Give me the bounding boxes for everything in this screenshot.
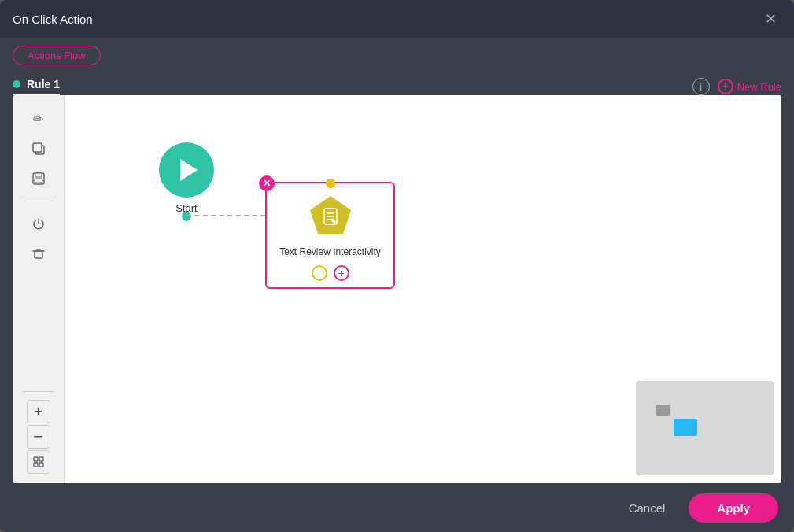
node-close-button[interactable]: ✕: [259, 175, 275, 191]
zoom-in-button[interactable]: +: [27, 400, 50, 423]
cancel-button[interactable]: Cancel: [616, 495, 678, 521]
apply-button[interactable]: Apply: [689, 493, 778, 523]
toolbar-group-top: ✏: [13, 105, 64, 193]
svg-rect-7: [39, 457, 43, 461]
modal-footer: Cancel Apply: [0, 483, 794, 532]
toolbar-separator-2: [23, 391, 54, 392]
power-tool-button[interactable]: [24, 209, 53, 238]
new-rule-icon: +: [718, 79, 733, 94]
minimap-node-start: [656, 405, 670, 416]
fit-button[interactable]: [27, 450, 50, 474]
svg-rect-1: [33, 143, 42, 152]
save-tool-button[interactable]: [24, 164, 53, 193]
info-button[interactable]: i: [692, 78, 710, 95]
rule-bar: Rule 1 i + New Rule: [0, 73, 794, 95]
tabs-bar: Actions Flow: [0, 38, 794, 73]
node-circle-button[interactable]: [312, 265, 327, 281]
start-circle: [159, 142, 214, 198]
svg-rect-5: [35, 251, 42, 258]
modal-title: On Click Action: [13, 13, 93, 26]
action-node[interactable]: ✕ Text Review Interactivit: [265, 182, 395, 289]
connector-line: [186, 215, 265, 216]
tab-actions-flow[interactable]: Actions Flow: [13, 46, 101, 65]
node-top-dot: [326, 179, 335, 188]
flow-canvas[interactable]: Start ✕: [65, 95, 781, 483]
modal-container: On Click Action ✕ Actions Flow Rule 1 i …: [0, 0, 794, 532]
toolbar-group-bottom: [13, 209, 64, 268]
action-node-title: Text Review Interactivity: [279, 246, 381, 259]
toolbar-group-zoom: + −: [13, 400, 64, 474]
pentagon-wrap: [305, 191, 356, 242]
rule-dot: [13, 80, 20, 88]
svg-rect-6: [34, 457, 38, 461]
new-rule-button[interactable]: + New Rule: [718, 79, 781, 94]
node-bottom-row: +: [312, 265, 349, 281]
minimap: [636, 381, 774, 475]
zoom-out-button[interactable]: −: [27, 425, 50, 449]
minimap-node-action: [674, 419, 697, 436]
canvas-wrapper: ✏ + −: [13, 95, 781, 483]
new-rule-label: New Rule: [737, 81, 781, 93]
left-toolbar: ✏ + −: [13, 95, 65, 483]
modal-header: On Click Action ✕: [0, 0, 794, 38]
svg-marker-10: [310, 196, 351, 234]
rule-label: Rule 1: [13, 78, 60, 95]
rule-actions: i + New Rule: [692, 78, 781, 95]
copy-tool-button[interactable]: [24, 135, 53, 163]
start-node: Start: [159, 142, 214, 214]
node-add-button[interactable]: +: [334, 265, 349, 281]
close-button[interactable]: ✕: [759, 8, 781, 30]
connector-dot-start: [182, 212, 191, 221]
toolbar-separator: [23, 201, 54, 201]
svg-rect-9: [39, 463, 43, 467]
svg-rect-4: [35, 179, 42, 183]
delete-tool-button[interactable]: [24, 239, 53, 268]
rule-name: Rule 1: [27, 78, 60, 91]
edit-tool-button[interactable]: ✏: [24, 105, 53, 133]
svg-rect-8: [34, 463, 38, 467]
svg-rect-3: [35, 173, 42, 177]
play-icon: [180, 159, 198, 181]
